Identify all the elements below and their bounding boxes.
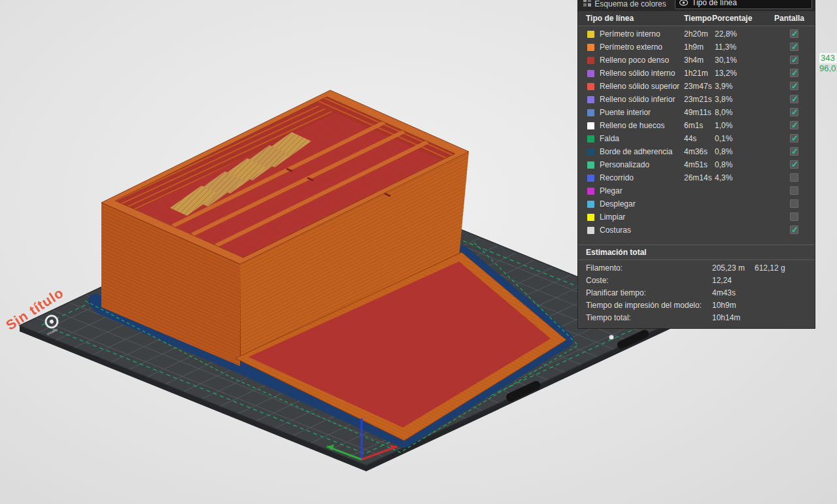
line-type-time: 3h4m: [684, 56, 704, 65]
line-type-percent: 1,0%: [715, 121, 732, 130]
line-type-row[interactable]: Limpiar: [578, 210, 815, 224]
line-type-label: Relleno sólido interno: [600, 69, 675, 78]
line-type-row[interactable]: Desplegar: [578, 197, 815, 210]
line-type-time: 6m1s: [684, 121, 703, 130]
line-type-percent: 3,8%: [715, 95, 732, 104]
slicer-preview-window: creality: [0, 0, 837, 504]
line-type-time: 1h21m: [684, 69, 708, 78]
line-type-row[interactable]: Recorrido26m14s4,3%: [578, 171, 815, 184]
line-type-color-chip: [587, 201, 594, 208]
line-type-label: Costuras: [600, 226, 631, 235]
estimation-rows: Filamento:205,23 m612,12 gCoste:12,24Pla…: [578, 260, 815, 328]
visibility-checkbox[interactable]: [790, 56, 798, 64]
line-type-row[interactable]: Perímetro interno2h20m22,8%: [578, 27, 815, 41]
color-scheme-label: Esquema de colores: [583, 0, 671, 9]
line-type-time: 2h20m: [684, 29, 708, 39]
color-scheme-row: Esquema de colores Tipo de línea: [578, 0, 815, 11]
line-type-row[interactable]: Personalizado4m51s0,8%: [578, 158, 815, 171]
visibility-checkbox[interactable]: [790, 121, 798, 129]
line-type-label: Falda: [600, 134, 619, 143]
legend-header: Tipo de línea Tiempo Porcentaje Pantalla: [578, 11, 815, 26]
color-scheme-icon: [583, 0, 591, 7]
line-type-label: Desplegar: [600, 199, 636, 209]
estimation-label: Tiempo total:: [586, 313, 631, 322]
line-type-color-chip: [587, 148, 594, 156]
line-type-percent: 13,2%: [715, 69, 737, 78]
visibility-checkbox[interactable]: [790, 147, 798, 156]
estimation-value: 10h9m: [712, 301, 736, 310]
layer-readout: 343 96,01: [819, 53, 837, 74]
line-type-percent: 4,3%: [715, 173, 732, 182]
line-type-label: Recorrido: [600, 173, 634, 182]
header-percent: Porcentaje: [712, 14, 752, 23]
line-type-row[interactable]: Relleno de huecos6m1s1,0%: [578, 119, 815, 132]
line-type-color-chip: [587, 70, 594, 77]
line-type-color-chip: [587, 109, 594, 116]
line-type-time: 49m11s: [684, 108, 711, 117]
line-type-time: 4m36s: [684, 147, 708, 156]
line-type-row[interactable]: Falda44s0,1%: [578, 132, 815, 145]
line-type-row[interactable]: Costuras: [578, 224, 815, 237]
line-type-percent: 0,1%: [715, 134, 732, 143]
line-type-row[interactable]: Relleno sólido superior23m47s3,9%: [578, 80, 815, 93]
line-type-color-chip: [587, 31, 594, 38]
line-type-label: Relleno de huecos: [600, 121, 664, 130]
visibility-checkbox[interactable]: [790, 199, 798, 208]
line-type-label: Limpiar: [600, 212, 625, 222]
line-type-color-chip: [587, 135, 594, 143]
line-type-color-chip: [587, 57, 594, 64]
visibility-checkbox[interactable]: [790, 212, 798, 221]
line-type-row[interactable]: Relleno sólido inferior23m21s3,8%: [578, 93, 815, 106]
line-type-row[interactable]: Perímetro externo1h9m11,3%: [578, 41, 815, 54]
line-type-label: Perímetro interno: [600, 29, 660, 39]
line-type-color-chip: [587, 175, 594, 182]
line-type-label: Perímetro externo: [600, 42, 662, 52]
line-type-percent: 11,3%: [715, 42, 736, 52]
estimation-value: 4m43s: [712, 288, 736, 297]
line-type-color-chip: [587, 188, 594, 195]
line-type-time: 4m51s: [684, 160, 708, 169]
line-type-color-chip: [587, 96, 594, 103]
eye-icon: [679, 0, 688, 6]
line-type-row[interactable]: Plegar: [578, 184, 815, 197]
visibility-checkbox[interactable]: [790, 226, 798, 234]
line-type-color-chip: [587, 83, 594, 90]
visibility-checkbox[interactable]: [790, 82, 798, 90]
line-type-color-chip: [587, 161, 594, 169]
header-type: Tipo de línea: [586, 14, 634, 23]
estimation-value2: 612,12 g: [755, 263, 785, 273]
estimation-label: Planificar tiempo:: [586, 288, 646, 297]
visibility-checkbox[interactable]: [790, 42, 798, 51]
readout-line1: 343: [819, 53, 837, 63]
visibility-checkbox[interactable]: [790, 69, 798, 77]
line-type-color-chip: [587, 227, 594, 234]
estimation-title: Estimación total: [578, 244, 815, 260]
visibility-checkbox[interactable]: [790, 160, 798, 169]
line-type-row[interactable]: Borde de adherencia4m36s0,8%: [578, 145, 815, 158]
line-type-time: 44s: [684, 134, 696, 143]
header-screen: Pantalla: [774, 14, 804, 23]
estimation-label: Tiempo de impresión del modelo:: [586, 301, 702, 310]
visibility-checkbox[interactable]: [790, 173, 798, 182]
visibility-checkbox[interactable]: [790, 134, 798, 143]
visibility-checkbox[interactable]: [790, 95, 798, 103]
line-type-percent: 0,8%: [715, 147, 732, 156]
estimation-row: Filamento:205,23 m612,12 g: [578, 262, 815, 275]
line-type-label: Relleno poco denso: [600, 56, 669, 65]
estimation-row: Tiempo de impresión del modelo:10h9m: [578, 299, 815, 312]
line-type-label: Plegar: [600, 186, 623, 195]
estimation-row: Coste:12,24: [578, 275, 815, 287]
line-type-row[interactable]: Relleno poco denso3h4m30,1%: [578, 54, 815, 67]
estimation-row: Tiempo total:10h14m: [578, 312, 815, 324]
line-type-percent: 8,0%: [715, 108, 732, 117]
visibility-checkbox[interactable]: [790, 186, 798, 195]
view-mode-dropdown[interactable]: Tipo de línea: [675, 0, 812, 9]
visibility-checkbox[interactable]: [790, 108, 798, 116]
line-type-panel: Esquema de colores Tipo de línea Tipo de…: [577, 0, 815, 329]
line-type-percent: 22,8%: [715, 29, 737, 39]
line-type-label: Relleno sólido superior: [600, 82, 679, 91]
line-type-row[interactable]: Relleno sólido interno1h21m13,2%: [578, 67, 815, 80]
line-type-row[interactable]: Puente interior49m11s8,0%: [578, 106, 815, 119]
visibility-checkbox[interactable]: [790, 29, 798, 38]
estimation-label: Coste:: [586, 276, 609, 285]
